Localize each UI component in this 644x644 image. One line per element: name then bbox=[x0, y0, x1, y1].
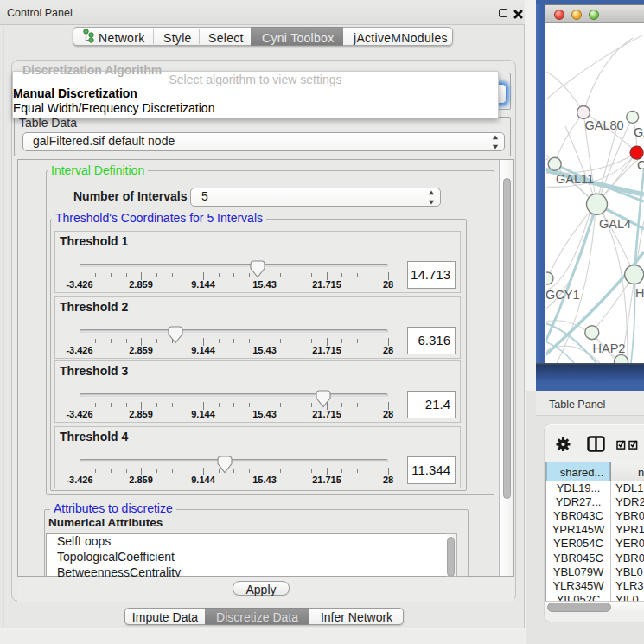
svg-text:C: C bbox=[637, 158, 644, 172]
svg-text:H: H bbox=[635, 286, 644, 300]
svg-text:GCY1: GCY1 bbox=[546, 288, 580, 302]
svg-text:HAP2: HAP2 bbox=[593, 341, 626, 355]
svg-text:GAL4: GAL4 bbox=[599, 217, 631, 231]
svg-text:GAL80: GAL80 bbox=[585, 118, 624, 132]
svg-text:GAL11: GAL11 bbox=[556, 172, 594, 186]
svg-text:GA: GA bbox=[634, 125, 644, 139]
